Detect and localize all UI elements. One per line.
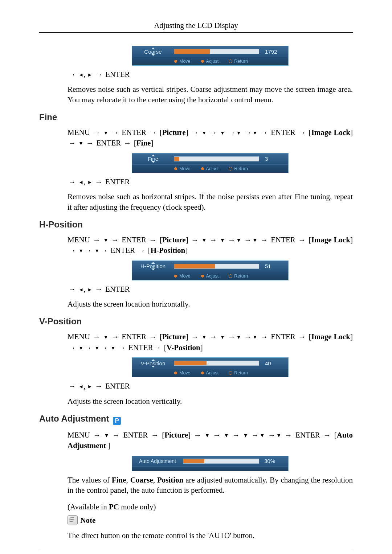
caret-up-icon [151,48,155,49]
tri-left-icon: ◄ [78,71,83,79]
osd-panel-auto-adjustment: Auto Adjustment 30% [132,456,289,471]
page-header: Adjusting the LCD Display [39,21,353,32]
auto-description: The values of Fine, Coarse, Position are… [68,475,353,496]
heading-hposition: H-Position [39,219,353,230]
osd-panel-vposition: V-Position 40 Move Adjust Return [132,357,289,377]
heading-vposition: V-Position [39,316,353,327]
coarse-description: Removes noise such as vertical stripes. … [68,84,353,105]
hpos-nav: MENU → ▼ → ENTER → [Picture] → ▼ → ▼ →▼ … [68,235,353,256]
heading-auto-adjustment: Auto Adjustment P [39,414,353,425]
vpos-nav: MENU → ▼ → ENTER → [Picture] → ▼ → ▼ →▼ … [68,332,353,353]
osd-footer: Move Adjust Return [132,57,288,65]
coarse-post-nav: → ◄, ► → ENTER [68,69,353,80]
hint-move: Move [174,59,191,64]
osd-value: 3 [265,156,285,162]
osd-label: Coarse [132,49,174,55]
fine-post-nav: → ◄, ► → ENTER [68,177,353,187]
osd-value: 40 [265,360,285,366]
osd-value: 30% [264,458,285,464]
header-rule [39,32,353,33]
vpos-post-nav: → ◄, ► → ENTER [68,381,353,391]
caret-down-icon [151,54,155,56]
vpos-description: Adjusts the screen location vertically. [68,396,353,406]
fine-description: Removes noise such as horizontal stripes… [68,192,353,212]
fine-nav: MENU → ▼ → ENTER → [Picture] → ▼ → ▼ →▼ … [68,127,353,149]
osd-slider-fill [174,49,210,54]
osd-label-text: Auto Adjustment [139,458,176,464]
auto-nav: MENU → ▼ → ENTER → [Picture] → ▼ → ▼ → ▼… [68,430,353,451]
osd-slider [174,49,259,54]
heading-fine: Fine [39,112,353,122]
osd-panel-coarse: Coarse 1792 Move Adjust Return [132,46,289,66]
hpos-post-nav: → ◄, ► → ENTER [68,284,353,295]
pc-mode-icon: P [113,417,121,425]
osd-value: 1792 [265,49,285,55]
auto-pc-mode-note: (Available in PC mode only) [68,502,353,512]
auto-note-text: The direct button on the remote control … [68,530,353,541]
osd-value: 51 [265,263,285,269]
osd-panel-hposition: H-Position 51 Move Adjust Return [132,260,289,280]
tri-right-icon: ► [87,71,93,79]
hint-return: Return [229,59,248,64]
footer-rule [39,551,353,551]
osd-panel-fine: Fine 3 Move Adjust Return [132,153,289,173]
note-icon [68,515,78,525]
note-line: Note [68,515,353,525]
hint-adjust: Adjust [201,59,219,64]
hpos-description: Adjusts the screen location horizontally… [68,299,353,309]
